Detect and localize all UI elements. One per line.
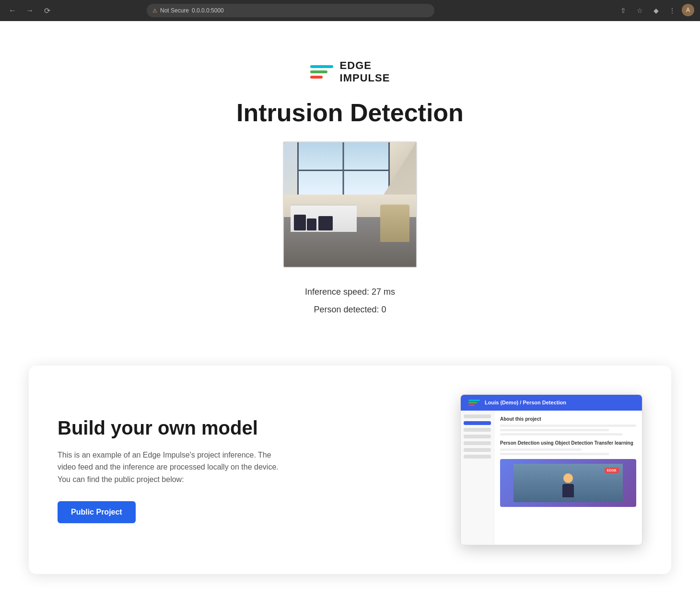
skylight-frame-horizontal [299,170,388,171]
preview-breadcrumb: Louis (Demo) / Person Detection [485,400,566,405]
preview-sidebar-item-4 [464,441,491,445]
logo-bar-red [310,76,323,79]
stats-section: Inference speed: 27 ms Person detected: … [305,268,395,337]
person-body [562,484,574,497]
security-label: Not Secure [160,7,189,14]
preview-text-4 [500,448,582,451]
preview-main-content: About this project Person Detection usin… [494,411,642,545]
preview-text-2 [500,429,609,431]
preview-logo-icon [468,400,480,406]
detection-badge: EDGE [605,468,619,473]
person-head [563,473,573,483]
skylight [297,142,390,198]
preview-sidebar-item-6 [464,455,491,459]
forward-button[interactable]: → [23,4,36,17]
preview-logo-bar-red [468,404,475,406]
preview-project-title: Person Detection using Object Detection … [500,440,636,446]
public-project-button[interactable]: Public Project [58,501,136,523]
preview-text-3 [500,433,623,436]
security-icon: ⚠ [152,8,157,14]
extensions-button[interactable]: ◆ [649,4,663,17]
preview-text-1 [500,425,636,427]
preview-body: About this project Person Detection usin… [461,411,642,545]
more-button[interactable]: ⋮ [665,4,679,17]
preview-sidebar [461,411,494,545]
profile-button[interactable]: A [682,4,694,16]
preview-image-inner: EDGE [513,464,622,502]
info-card-description: This is an example of an Edge Impulse's … [58,449,288,486]
page-title: Intrusion Detection [236,98,464,127]
preview-section-heading: About this project [500,416,636,422]
person-detected: Person detected: 0 [305,305,395,315]
info-card: Build your own model This is an example … [29,366,671,574]
reload-button[interactable]: ⟳ [40,4,54,17]
browser-actions: ⇧ ☆ ◆ ⋮ A [617,4,694,17]
info-card-title: Build your own model [58,416,432,439]
page-content: EDGE IMPULSE Intrusion Detection [0,21,700,597]
chair [380,205,409,242]
camera-scene [284,142,416,267]
person-figure [561,473,575,497]
preview-sidebar-item-3 [464,435,491,438]
preview-sidebar-item-2 [464,428,491,432]
browser-chrome: ← → ⟳ ⚠ Not Secure 0.0.0.0:5000 ⇧ ☆ ◆ ⋮ … [0,0,700,21]
address-text: 0.0.0.0:5000 [192,7,224,14]
edge-impulse-logo-icon [310,62,333,81]
preview-sidebar-item-5 [464,448,491,452]
preview-sidebar-item-active [464,421,491,425]
logo-text: EDGE IMPULSE [340,59,390,85]
preview-screenshot: Louis (Demo) / Person Detection [460,394,642,545]
bookmark-button[interactable]: ☆ [633,4,646,17]
logo-bar-green [310,70,327,73]
shelf [291,205,357,232]
preview-image-area: EDGE [500,459,636,507]
share-button[interactable]: ⇧ [617,4,630,17]
header-section: EDGE IMPULSE Intrusion Detection [0,21,700,356]
inference-speed: Inference speed: 27 ms [305,287,395,297]
shelf-item-1 [294,215,306,230]
info-card-left: Build your own model This is an example … [58,416,432,523]
preview-text-5 [500,453,609,455]
address-bar[interactable]: ⚠ Not Secure 0.0.0.0:5000 [147,4,434,17]
logo-bar-cyan [310,65,333,68]
logo-container: EDGE IMPULSE [310,59,390,85]
preview-logo-bar-green [468,402,477,403]
preview-project-section: Person Detection using Object Detection … [500,440,636,455]
camera-feed [283,141,417,268]
back-button[interactable]: ← [6,4,19,17]
preview-container: Louis (Demo) / Person Detection [460,394,642,545]
shelf-item-2 [307,218,316,230]
preview-logo-bar-cyan [468,400,480,401]
preview-sidebar-item-1 [464,414,491,418]
shelf-item-3 [318,216,333,230]
preview-header-bar: Louis (Demo) / Person Detection [461,395,642,411]
